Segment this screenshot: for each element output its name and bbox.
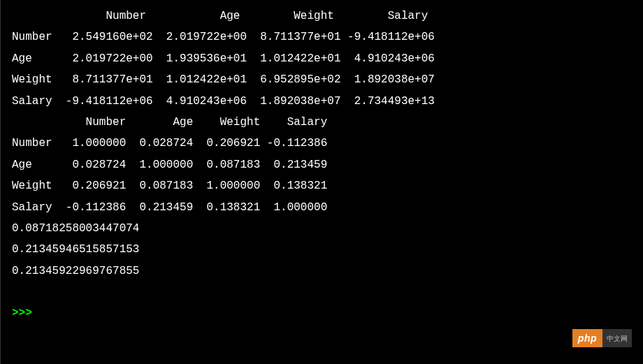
corr-table-row: Weight 0.206921 0.087183 1.000000 0.1383… xyxy=(12,175,632,196)
cov-table-row: Age 2.019722e+00 1.939536e+01 1.012422e+… xyxy=(12,48,632,69)
corr-table-row: Salary -0.112386 0.213459 0.138321 1.000… xyxy=(12,197,632,218)
scalar-output: 0.21345946515857153 xyxy=(12,239,632,260)
scalar-output: 0.21345922969767855 xyxy=(12,261,632,282)
cov-table-header: Number Age Weight Salary xyxy=(12,6,632,27)
watermark-badge-left: php xyxy=(572,329,602,347)
watermark-badge: php 中文网 xyxy=(572,329,632,347)
cov-table-row: Salary -9.418112e+06 4.910243e+06 1.8920… xyxy=(12,91,632,112)
corr-table-header: Number Age Weight Salary xyxy=(12,112,632,133)
cov-table-row: Number 2.549160e+02 2.019722e+00 8.71137… xyxy=(12,27,632,48)
blank-line xyxy=(12,282,632,303)
scalar-output: 0.08718258003447074 xyxy=(12,218,632,239)
watermark-badge-right: 中文网 xyxy=(602,329,632,347)
repl-prompt[interactable]: >>> xyxy=(12,303,632,323)
corr-table-row: Number 1.000000 0.028724 0.206921 -0.112… xyxy=(12,133,632,154)
cov-table-row: Weight 8.711377e+01 1.012422e+01 6.95289… xyxy=(12,69,632,90)
corr-table-row: Age 0.028724 1.000000 0.087183 0.213459 xyxy=(12,154,632,175)
